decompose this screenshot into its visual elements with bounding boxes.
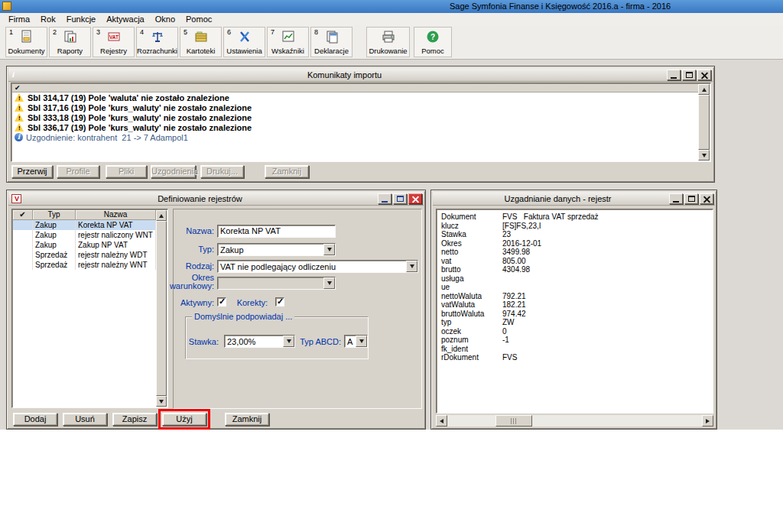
warning-icon — [15, 113, 24, 122]
toolbar-deklaracje-button[interactable]: 8 Deklaracje — [310, 27, 353, 57]
message-row[interactable]: Sbl 314,17 (19) Pole 'waluta' nie został… — [12, 92, 698, 102]
chevron-down-icon[interactable] — [283, 336, 294, 347]
title-bar[interactable]: Sage Symfonia Finanse i Księgowość 2016.… — [0, 0, 783, 13]
list-header: ✔ — [12, 84, 698, 92]
column-typ[interactable]: Typ — [33, 210, 76, 220]
scroll-down-button[interactable] — [698, 150, 710, 161]
table-row[interactable]: Zakup Korekta NP VAT — [13, 220, 156, 230]
scroll-left-button[interactable] — [436, 415, 447, 427]
chevron-down-icon[interactable] — [323, 277, 335, 289]
table-row[interactable]: Sprzedaż rejestr należny WDT — [13, 250, 156, 260]
stawka-label: Stawka: — [189, 338, 219, 346]
document-icon — [6, 29, 47, 44]
okres-warunkowy-label: Okres warunkowy: — [170, 274, 214, 290]
menu-okno[interactable]: Okno — [150, 14, 180, 24]
dodaj-button[interactable]: Dodaj — [13, 413, 57, 426]
stawka-select[interactable]: 23,00% — [224, 335, 295, 348]
table-row[interactable]: Sprzedaż rejestr należny WNT — [13, 260, 156, 270]
zamknij-button[interactable]: Zamknij — [225, 413, 269, 426]
message-row[interactable]: Sbl 317,16 (19) Pole 'kurs_waluty' nie z… — [12, 102, 698, 112]
info-icon — [15, 133, 23, 141]
menu-firma[interactable]: Firma — [3, 14, 35, 24]
scrollbar-thumb[interactable] — [156, 221, 167, 396]
register-form: Nazwa: Korekta NP VAT Typ: Zakup Rodzaj:… — [173, 209, 422, 409]
cardfile-icon — [180, 29, 221, 44]
close-button[interactable] — [697, 70, 711, 80]
scroll-right-button[interactable] — [702, 415, 713, 427]
toolbar: 1 Dokumenty 2 Raporty 3 VAT Rejestry 4 — [0, 25, 783, 60]
korekty-label: Korekty: — [237, 299, 268, 307]
import-messages-window: Komunikaty importu ✔ Sbl 314,17 (19) Pol… — [6, 66, 715, 183]
table-row[interactable]: Zakup rejestr naliczony WNT — [13, 230, 156, 240]
korekty-checkbox[interactable] — [275, 297, 284, 307]
svg-text:?: ? — [430, 33, 435, 41]
scrollbar-thumb[interactable] — [698, 95, 710, 150]
vat-register-icon: VAT — [93, 29, 134, 44]
maximize-button[interactable] — [684, 193, 698, 204]
toolbar-rejestry-button[interactable]: 3 VAT Rejestry — [93, 27, 135, 57]
drukuj-button[interactable]: Drukuj... — [200, 165, 244, 178]
vertical-scrollbar[interactable] — [156, 210, 167, 407]
application-window: Sage Symfonia Finanse i Księgowość 2016.… — [0, 0, 783, 532]
minimize-button[interactable] — [667, 70, 681, 80]
usun-button[interactable]: Usuń — [63, 413, 107, 426]
chevron-down-icon[interactable] — [323, 244, 335, 255]
profile-button[interactable]: Profile — [57, 165, 99, 178]
toolbar-rozrachunki-button[interactable]: 4 Rozrachunki — [136, 27, 178, 57]
reconcile-data-window: Uzgadnianie danych - rejestr DokumentFVS… — [430, 190, 717, 430]
message-row[interactable]: Sbl 333,18 (19) Pole 'kurs_waluty' nie z… — [12, 112, 698, 122]
menu-pomoc[interactable]: Pomoc — [180, 14, 217, 24]
minimize-button[interactable] — [669, 193, 683, 204]
okres-warunkowy-select[interactable] — [217, 277, 336, 290]
scrollbar-thumb[interactable] — [495, 415, 532, 427]
registers-window-titlebar[interactable]: Definiowanie rejestrów — [8, 192, 424, 206]
scroll-down-button[interactable] — [156, 396, 167, 407]
horizontal-scrollbar[interactable] — [436, 415, 713, 427]
toolbar-pomoc-button[interactable]: ? Pomoc — [414, 27, 452, 57]
toolbar-raporty-button[interactable]: 2 Raporty — [49, 27, 91, 57]
uzgodnienia-button[interactable]: Uzgodnienia — [151, 165, 196, 178]
maximize-button[interactable] — [393, 193, 407, 204]
chevron-down-icon[interactable] — [406, 261, 417, 272]
import-window-titlebar[interactable]: Komunikaty importu — [8, 68, 713, 82]
menu-aktywacja[interactable]: Aktywacja — [101, 14, 150, 24]
window-title: Sage Symfonia Finanse i Księgowość 2016.… — [450, 2, 671, 11]
vertical-scrollbar[interactable] — [698, 84, 710, 161]
zamknij-button[interactable]: Zamknij — [265, 165, 309, 178]
pliki-button[interactable]: Pliki — [106, 165, 147, 178]
minimize-button[interactable] — [378, 193, 392, 204]
message-row[interactable]: Sbl 336,17 (19) Pole 'kurs_waluty' nie z… — [12, 122, 698, 132]
message-row[interactable]: Uzgodnienie: kontrahent 21 -> 7 Adampol1 — [12, 132, 698, 142]
typ-select[interactable]: Zakup — [217, 243, 336, 256]
scroll-up-button[interactable] — [698, 84, 710, 95]
defaults-group-label: Domyślnie podpowiadaj ... — [192, 312, 294, 321]
toolbar-dokumenty-button[interactable]: 1 Dokumenty — [5, 27, 47, 57]
close-button[interactable] — [700, 193, 713, 204]
register-definition-window: Definiowanie rejestrów ✔ Typ Nazwa Zakup… — [6, 190, 426, 430]
nazwa-label: Nazwa: — [186, 227, 214, 235]
chevron-down-icon[interactable] — [356, 336, 367, 347]
column-nazwa[interactable]: Nazwa — [76, 210, 156, 220]
reconcile-details: DokumentFVS Faktura VAT sprzedaż klucz[F… — [436, 209, 713, 414]
aktywny-checkbox[interactable] — [217, 297, 226, 307]
toolbar-drukowanie-button[interactable]: Drukowanie — [366, 27, 410, 57]
przerwij-button[interactable]: Przerwij — [11, 165, 53, 178]
svg-text:VAT: VAT — [109, 34, 119, 40]
menu-funkcje[interactable]: Funkcje — [61, 14, 102, 24]
reconcile-window-titlebar[interactable]: Uzgadnianie danych - rejestr — [433, 192, 715, 206]
typ-abcd-select[interactable]: A — [344, 335, 368, 348]
toolbar-ustawienia-button[interactable]: 6 Ustawienia — [223, 27, 265, 57]
nazwa-input[interactable]: Korekta NP VAT — [217, 225, 336, 238]
close-button[interactable] — [408, 193, 422, 204]
menu-rok[interactable]: Rok — [35, 14, 61, 24]
scroll-up-button[interactable] — [156, 210, 167, 221]
registers-window-title: Definiowanie rejestrów — [25, 194, 375, 203]
rodzaj-select[interactable]: VAT nie podlegający odliczeniu — [217, 260, 418, 273]
zapisz-button[interactable]: Zapisz — [112, 413, 157, 426]
toolbar-wskazniki-button[interactable]: 7 Wskaźniki — [267, 27, 309, 57]
help-icon: ? — [414, 29, 451, 44]
maximize-button[interactable] — [682, 70, 696, 80]
toolbar-kartoteki-button[interactable]: 5 Kartoteki — [180, 27, 222, 57]
table-row[interactable]: Zakup Zakup NP VAT — [13, 240, 156, 250]
typ-label: Typ: — [198, 245, 214, 254]
